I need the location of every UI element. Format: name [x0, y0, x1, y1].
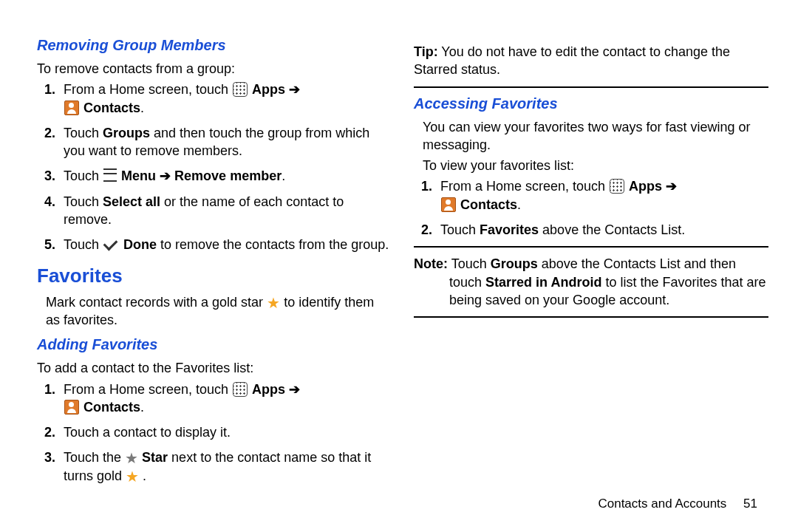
- remove-intro: To remove contacts from a group:: [37, 60, 392, 78]
- page-body: Removing Group Members To remove contact…: [0, 0, 798, 492]
- contacts-label: Contacts: [460, 197, 517, 212]
- footer-chapter: Contacts and Accounts: [598, 497, 726, 511]
- apps-icon: [233, 382, 248, 397]
- list-item: Touch Groups and then touch the group fr…: [59, 124, 392, 160]
- done-label: Done: [123, 237, 157, 252]
- text: Touch: [64, 194, 103, 209]
- text: Mark contact records with a gold star: [46, 295, 267, 310]
- apps-label: Apps: [252, 82, 285, 97]
- star-gray-icon: ★: [125, 450, 138, 466]
- text: .: [143, 468, 146, 483]
- text-bold: Select all: [103, 194, 160, 209]
- text: to remove the contacts from the group.: [157, 237, 389, 252]
- contact-icon: [64, 100, 79, 115]
- list-item: Touch the ★ Star next to the contact nam…: [59, 449, 392, 485]
- text: Touch: [64, 126, 103, 140]
- text: .: [140, 100, 144, 115]
- note-box: Note: Touch Groups above the Contacts Li…: [414, 246, 768, 318]
- remove-steps-list: From a Home screen, touch Apps ➔ Contact…: [59, 81, 392, 253]
- access-steps-list: From a Home screen, touch Apps ➔ Contact…: [436, 177, 768, 239]
- arrow-icon: ➔: [666, 179, 677, 194]
- heading-removing-group-members: Removing Group Members: [37, 37, 392, 54]
- star-icon: ★: [267, 295, 280, 311]
- list-item: From a Home screen, touch Apps ➔ Contact…: [59, 81, 392, 117]
- text: above the Contacts List.: [539, 222, 685, 237]
- text: .: [140, 400, 144, 415]
- access-paragraph-1: You can view your favorites two ways for…: [423, 118, 768, 154]
- favorites-intro: Mark contact records with a gold star ★ …: [46, 293, 392, 330]
- text: From a Home screen, touch: [64, 82, 232, 97]
- list-item: Touch Favorites above the Contacts List.: [436, 221, 768, 239]
- apps-icon: [610, 179, 624, 194]
- contacts-label: Contacts: [83, 100, 140, 115]
- text: .: [282, 168, 285, 183]
- add-intro: To add a contact to the Favorites list:: [37, 359, 392, 377]
- tip-text: You do not have to edit the contact to c…: [414, 44, 730, 77]
- access-paragraph-2: To view your favorites list:: [423, 157, 768, 174]
- text: Touch: [440, 222, 480, 237]
- apps-label: Apps: [629, 179, 662, 194]
- text: Touch: [64, 237, 103, 252]
- text-bold: Starred in Android: [485, 275, 601, 290]
- contact-icon: [441, 197, 456, 212]
- text: Touch the: [64, 450, 125, 465]
- footer-page-number: 51: [743, 497, 757, 511]
- heading-favorites: Favorites: [37, 265, 392, 287]
- tip-box: Tip: You do not have to edit the contact…: [414, 35, 768, 88]
- heading-adding-favorites: Adding Favorites: [37, 336, 392, 353]
- right-column: Tip: You do not have to edit the contact…: [414, 30, 768, 492]
- text: .: [517, 197, 521, 212]
- list-item: Touch Menu ➔ Remove member.: [59, 167, 392, 185]
- arrow-icon: ➔: [289, 382, 300, 397]
- list-item: Touch Done to remove the contacts from t…: [59, 236, 392, 253]
- contacts-label: Contacts: [83, 400, 140, 415]
- arrow-icon: ➔: [160, 168, 171, 183]
- note-label: Note:: [414, 256, 448, 271]
- add-steps-list: From a Home screen, touch Apps ➔ Contact…: [59, 381, 392, 485]
- tip-label: Tip:: [414, 44, 438, 59]
- apps-label: Apps: [252, 382, 285, 397]
- text: From a Home screen, touch: [440, 179, 609, 194]
- menu-label: Menu: [121, 168, 156, 183]
- left-column: Removing Group Members To remove contact…: [37, 30, 392, 492]
- menu-icon: [103, 168, 117, 182]
- apps-icon: [233, 82, 248, 97]
- list-item: From a Home screen, touch Apps ➔ Contact…: [59, 381, 392, 417]
- list-item: Touch a contact to display it.: [59, 423, 392, 441]
- arrow-icon: ➔: [289, 82, 300, 97]
- text: From a Home screen, touch: [64, 382, 232, 397]
- text-bold: Groups: [103, 126, 150, 140]
- star-icon: ★: [126, 468, 139, 485]
- text-bold: Remove member: [174, 168, 282, 183]
- heading-accessing-favorites: Accessing Favorites: [414, 95, 768, 112]
- page-footer: Contacts and Accounts 51: [598, 497, 757, 511]
- text-bold: Favorites: [480, 222, 539, 237]
- text-bold: Star: [142, 450, 168, 465]
- contact-icon: [64, 400, 79, 415]
- check-icon: [103, 236, 118, 251]
- list-item: From a Home screen, touch Apps ➔ Contact…: [436, 177, 768, 214]
- text: Touch: [64, 168, 103, 183]
- text-bold: Groups: [491, 256, 538, 271]
- list-item: Touch Select all or the name of each con…: [59, 193, 392, 229]
- text: Touch: [448, 256, 491, 271]
